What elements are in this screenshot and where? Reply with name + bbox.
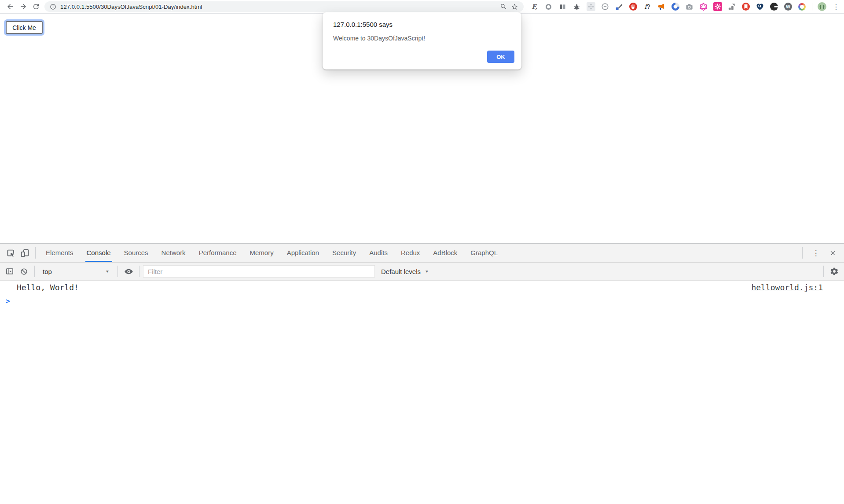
devtools-tabbar: Elements Console Sources Network Perform… (0, 244, 844, 263)
back-arrow-icon (6, 3, 14, 11)
devtools-close-icon[interactable] (826, 246, 840, 259)
tab-security[interactable]: Security (326, 244, 363, 262)
click-me-button[interactable]: Click Me (6, 21, 43, 34)
context-value: top (43, 268, 52, 275)
pale-grid-icon[interactable] (587, 2, 595, 11)
f-question-icon[interactable]: f? (643, 2, 652, 11)
rainbow-ring-icon[interactable] (798, 2, 807, 11)
tab-application[interactable]: Application (280, 244, 326, 262)
black-g-circle-icon[interactable] (770, 2, 778, 11)
page-info-icon[interactable] (50, 4, 56, 10)
log-levels-label: Default levels (381, 268, 421, 275)
url-text[interactable]: 127.0.0.1:5500/30DaysOfJavaScript/01-Day… (60, 4, 202, 10)
chevron-down-icon: ▼ (105, 270, 110, 274)
reload-button[interactable] (29, 0, 43, 13)
console-log-row: Hello, World! helloworld.js:1 (0, 281, 844, 294)
red-bookmark-icon[interactable] (741, 2, 750, 11)
browser-menu-icon[interactable]: ⋮ (832, 2, 840, 11)
heart-magnifier-icon[interactable] (756, 2, 764, 11)
dialog-message: Welcome to 30DaysOfJavaScript! (333, 35, 511, 42)
browser-window: 127.0.0.1:5500/30DaysOfJavaScript/01-Day… (0, 0, 844, 504)
console-filter-input[interactable] (143, 265, 375, 278)
clear-console-icon[interactable] (17, 265, 31, 278)
device-toolbar-icon[interactable] (18, 246, 32, 259)
svg-text:W: W (786, 4, 790, 9)
tab-memory[interactable]: Memory (243, 244, 280, 262)
forward-button[interactable] (17, 0, 30, 13)
bookmark-star-icon[interactable] (511, 3, 518, 11)
tab-performance[interactable]: Performance (192, 244, 243, 262)
extensions-separator (812, 3, 812, 11)
live-expression-eye-icon[interactable] (121, 265, 136, 278)
json-braces-icon[interactable]: {} (818, 2, 826, 11)
settings-gear-icon[interactable] (827, 265, 841, 278)
console-toolbar: top ▼ Default levels ▼ (0, 263, 844, 281)
log-levels-select[interactable]: Default levels ▼ (381, 268, 429, 275)
tab-adblock[interactable]: AdBlock (426, 244, 464, 262)
dialog-ok-button[interactable]: OK (487, 51, 514, 63)
address-bar[interactable]: 127.0.0.1:5500/30DaysOfJavaScript/01-Day… (44, 1, 524, 12)
dialog-title: 127.0.0.1:5500 says (333, 21, 511, 28)
megaphone-icon[interactable] (657, 2, 666, 11)
pink-gear-icon[interactable] (713, 2, 722, 11)
tab-audits[interactable]: Audits (363, 244, 394, 262)
console-source-link[interactable]: helloworld.js:1 (751, 283, 823, 292)
w-circle-icon[interactable]: W (784, 2, 793, 11)
console-sidebar-toggle-icon[interactable] (3, 265, 17, 278)
forward-arrow-icon (19, 3, 27, 11)
tab-console[interactable]: Console (80, 244, 117, 262)
tab-network[interactable]: Network (155, 244, 192, 262)
tab-redux[interactable]: Redux (394, 244, 426, 262)
red-hand-icon[interactable] (629, 2, 638, 11)
blue-swirl-icon[interactable] (671, 2, 680, 11)
javascript-context-select[interactable]: top ▼ (38, 265, 114, 278)
tab-sources[interactable]: Sources (117, 244, 155, 262)
gray-blocks-arrow-icon[interactable] (727, 2, 736, 11)
bug-icon[interactable] (572, 2, 581, 11)
tab-elements[interactable]: Elements (39, 244, 80, 262)
graphql-icon[interactable] (699, 2, 708, 11)
tab-graphql[interactable]: GraphQL (464, 244, 504, 262)
chevron-down-icon: ▼ (425, 270, 429, 274)
inspect-element-icon[interactable] (4, 246, 18, 259)
eyedropper-icon[interactable] (615, 2, 624, 11)
back-button[interactable] (4, 0, 17, 13)
reload-icon (32, 3, 40, 11)
split-panels-icon[interactable] (558, 2, 567, 11)
devtools-menu-icon[interactable]: ⋮ (809, 246, 823, 259)
italic-f-icon[interactable]: F, (530, 2, 539, 11)
alert-dialog: 127.0.0.1:5500 says Welcome to 30DaysOfJ… (323, 12, 521, 69)
browser-toolbar: 127.0.0.1:5500/30DaysOfJavaScript/01-Day… (0, 0, 844, 14)
circle-dash-icon[interactable] (601, 2, 609, 11)
camera-icon[interactable] (685, 2, 694, 11)
devtools-panel: Elements Console Sources Network Perform… (0, 243, 844, 504)
extensions-row: F, f? W {} ⋮ (530, 2, 840, 11)
console-prompt[interactable]: > (0, 294, 844, 307)
ring-circle-icon[interactable] (544, 2, 553, 11)
console-message: Hello, World! (17, 283, 79, 292)
prompt-chevron-icon: > (6, 297, 10, 305)
zoom-icon[interactable] (500, 3, 507, 10)
